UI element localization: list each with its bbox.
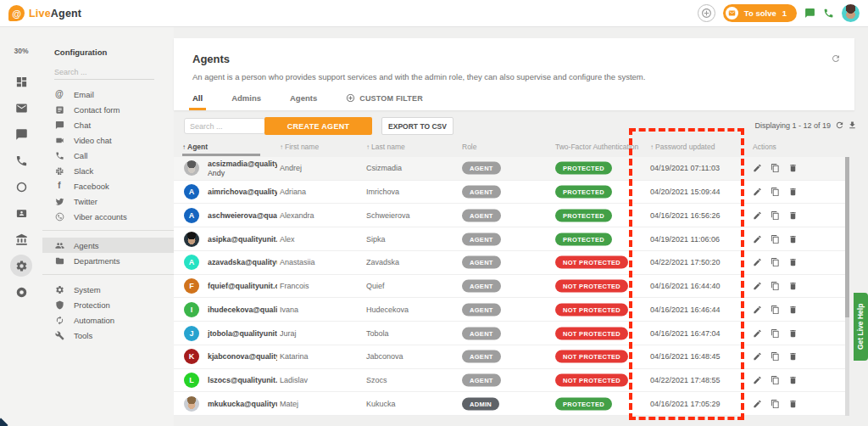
rail-item-donut[interactable] (10, 281, 32, 303)
export-csv-button[interactable]: EXPORT TO CSV (381, 117, 453, 135)
column-header-role[interactable]: Role (462, 143, 476, 151)
download-icon[interactable] (848, 121, 857, 130)
sidebar-item-twitter[interactable]: Twitter (42, 193, 174, 209)
table-scrollbar[interactable] (845, 157, 849, 416)
edit-button[interactable] (753, 164, 762, 173)
sidebar-item-call[interactable]: Call (42, 148, 174, 163)
copy-button[interactable] (771, 305, 780, 314)
sidebar-item-automation[interactable]: Automation (42, 312, 174, 328)
phone-button[interactable] (823, 8, 834, 19)
table-row[interactable]: acsizmadia@qualityuniAndyAndrejCsizmadia… (174, 157, 849, 181)
sidebar-search-input[interactable] (54, 65, 154, 80)
table-row[interactable]: Ffquief@qualityunit.comFrancoisQuiefAGEN… (174, 275, 849, 299)
table-row[interactable]: Aazavadska@qualityunitAnastasiiaZavadska… (174, 251, 849, 275)
page-description: An agent is a person who provides suppor… (174, 65, 854, 81)
chat-button[interactable] (804, 8, 815, 19)
pencil-icon (753, 375, 762, 384)
edit-button[interactable] (753, 210, 762, 220)
column-header-two-factor-authentication[interactable]: Two-Factor Authentication (555, 143, 638, 151)
rail-item-ring[interactable] (10, 176, 32, 198)
table-search-input[interactable] (184, 118, 265, 134)
sidebar-item-departments[interactable]: Departments (42, 253, 174, 268)
copy-button[interactable] (771, 375, 780, 384)
table-row[interactable]: Aaschweierova@qualityAlexandraSchweierov… (174, 204, 849, 227)
edit-button[interactable] (753, 234, 762, 244)
edit-button[interactable] (753, 282, 762, 291)
sidebar-item-tools[interactable]: Tools (42, 328, 174, 343)
column-header-agent[interactable]: ↑Agent (182, 143, 208, 151)
sidebar-item-slack[interactable]: Slack (42, 163, 174, 178)
sidebar-item-chat[interactable]: Chat (42, 117, 174, 132)
tab-admins[interactable]: Admins (231, 93, 261, 110)
edit-button[interactable] (753, 399, 762, 408)
edit-button[interactable] (753, 305, 762, 314)
agent-last-name: Csizmadia (366, 164, 402, 172)
delete-button[interactable] (788, 258, 798, 267)
rail-item-contact-card[interactable] (10, 202, 32, 224)
delete-button[interactable] (788, 399, 798, 408)
refresh-icon[interactable] (831, 53, 841, 64)
column-header-last-name[interactable]: ↑Last name (366, 143, 405, 151)
copy-button[interactable] (771, 164, 780, 173)
delete-button[interactable] (788, 328, 798, 338)
column-header-first-name[interactable]: ↑First name (280, 143, 319, 151)
table-row[interactable]: asipka@qualityunit.conAlexSipkaAGENTPROT… (174, 227, 849, 251)
delete-button[interactable] (788, 352, 798, 362)
get-live-help-button[interactable]: Get Live Help (854, 293, 868, 361)
scrollbar-thumb[interactable] (845, 157, 849, 317)
add-circle-button[interactable] (698, 4, 715, 22)
delete-button[interactable] (788, 188, 798, 197)
rail-item-dashboard[interactable] (10, 70, 32, 92)
column-header-password-updated[interactable]: ↑Password updated (650, 143, 715, 151)
delete-button[interactable] (788, 282, 798, 291)
sidebar-item-protection[interactable]: Protection (42, 297, 174, 312)
copy-button[interactable] (771, 210, 780, 220)
rail-item-mail[interactable] (10, 97, 32, 119)
edit-button[interactable] (753, 258, 762, 267)
sidebar-item-viber-accounts[interactable]: Viber accounts (42, 209, 174, 224)
sidebar-item-contact-form[interactable]: Contact form (42, 102, 174, 117)
table-row[interactable]: Llszocs@qualityunit.conLadislavSzocsAGEN… (174, 369, 849, 393)
sidebar-item-agents[interactable]: Agents (42, 238, 174, 253)
edit-button[interactable] (753, 375, 762, 384)
sidebar-item-system[interactable]: System (42, 282, 174, 297)
delete-button[interactable] (788, 164, 798, 173)
table-row[interactable]: Jjtobola@qualityunit.corJurajTobolaAGENT… (174, 322, 849, 345)
table-row[interactable]: Aaimrichova@qualityunitAdrianaImrichovaA… (174, 181, 849, 205)
delete-button[interactable] (788, 375, 798, 384)
table-row[interactable]: Kkjabconova@qualityuniKatarinaJabconovaA… (174, 345, 849, 369)
logo-agent-text: Agent (51, 8, 81, 20)
edit-button[interactable] (753, 188, 762, 197)
delete-button[interactable] (788, 305, 798, 314)
table-row[interactable]: mkukucka@qualityunit.MatejKukuckaADMINPR… (174, 392, 849, 416)
sidebar-item-video-chat[interactable]: Video chat (42, 132, 174, 148)
copy-button[interactable] (771, 282, 780, 291)
copy-button[interactable] (771, 399, 780, 408)
to-solve-button[interactable]: To solve 1 (723, 4, 797, 22)
refresh-icon[interactable] (835, 121, 844, 130)
sidebar-item-facebook[interactable]: fFacebook (42, 178, 174, 193)
user-avatar[interactable] (842, 4, 860, 22)
copy-button[interactable] (771, 188, 780, 197)
column-header-actions[interactable]: Actions (753, 143, 776, 151)
tab-all[interactable]: All (192, 93, 203, 110)
create-agent-button[interactable]: CREATE AGENT (264, 117, 372, 135)
copy-button[interactable] (771, 352, 780, 362)
rail-item-phone[interactable] (10, 149, 32, 171)
rail-item-settings[interactable] (10, 255, 32, 277)
edit-button[interactable] (753, 328, 762, 338)
mail-icon (15, 102, 28, 115)
delete-button[interactable] (788, 210, 798, 220)
rail-item-bank[interactable] (10, 228, 32, 250)
copy-button[interactable] (771, 234, 780, 244)
edit-button[interactable] (753, 352, 762, 362)
delete-button[interactable] (788, 234, 798, 244)
tab-agents[interactable]: Agents (290, 93, 317, 110)
main-content: Agents An agent is a person who provides… (174, 26, 868, 426)
copy-button[interactable] (771, 258, 780, 267)
sidebar-item-email[interactable]: @Email (42, 87, 174, 102)
table-row[interactable]: Iihudecekova@qualityurIvanaHudecekovaAGE… (174, 298, 849, 322)
copy-button[interactable] (771, 328, 780, 338)
rail-item-chat[interactable] (10, 123, 32, 145)
custom-filter-button[interactable]: CUSTOM FILTER (346, 93, 423, 110)
